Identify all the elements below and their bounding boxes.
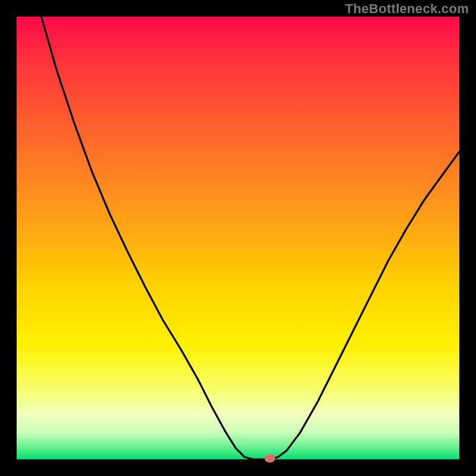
gradient-background bbox=[17, 17, 459, 459]
bottleneck-chart bbox=[0, 0, 476, 476]
optimal-marker bbox=[265, 455, 275, 463]
chart-container: { "watermark": "TheBottleneck.com", "col… bbox=[0, 0, 476, 476]
